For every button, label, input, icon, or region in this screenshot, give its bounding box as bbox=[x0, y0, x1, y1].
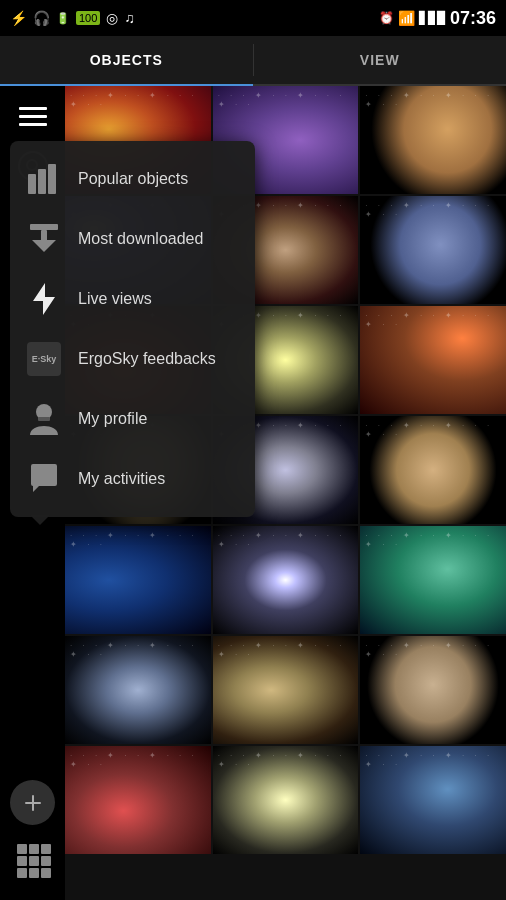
headphone-icon: 🎧 bbox=[33, 10, 50, 26]
menu-item-most-downloaded-label: Most downloaded bbox=[78, 230, 203, 248]
svg-rect-9 bbox=[41, 856, 51, 866]
counter-icon: 100 bbox=[76, 11, 100, 25]
svg-rect-5 bbox=[29, 844, 39, 854]
add-button[interactable] bbox=[10, 780, 55, 825]
sidebar-bottom bbox=[0, 780, 65, 900]
tab-view-label: VIEW bbox=[360, 52, 400, 68]
bar-chart-icon bbox=[26, 161, 62, 197]
status-bar: ⚡ 🎧 🔋 100 ◎ ♫ ⏰ 📶 ▋▊▉ 07:36 bbox=[0, 0, 506, 36]
menu-item-popular-objects-label: Popular objects bbox=[78, 170, 188, 188]
spotify-icon: ♫ bbox=[124, 10, 135, 26]
grid-cell[interactable] bbox=[360, 86, 506, 194]
hamburger-line-1 bbox=[19, 107, 47, 110]
tab-bar: OBJECTS VIEW bbox=[0, 36, 506, 86]
battery-charging-icon: 🔋 bbox=[56, 12, 70, 25]
svg-rect-8 bbox=[29, 856, 39, 866]
menu-button[interactable] bbox=[10, 96, 55, 136]
svg-marker-18 bbox=[32, 240, 56, 252]
svg-rect-6 bbox=[41, 844, 51, 854]
usb-icon: ⚡ bbox=[10, 10, 27, 26]
grid-cell[interactable] bbox=[360, 746, 506, 854]
main-content: Popular objects Most downloaded Live vie… bbox=[0, 86, 506, 900]
circle-icon: ◎ bbox=[106, 10, 118, 26]
svg-rect-14 bbox=[38, 169, 46, 194]
grid-cell[interactable] bbox=[65, 746, 211, 854]
hamburger-line-2 bbox=[19, 115, 47, 118]
chat-icon bbox=[26, 461, 62, 497]
grid-view-button[interactable] bbox=[13, 840, 53, 880]
status-icons-left: ⚡ 🎧 🔋 100 ◎ ♫ bbox=[10, 10, 135, 26]
svg-rect-13 bbox=[28, 174, 36, 194]
tab-objects-label: OBJECTS bbox=[90, 52, 163, 68]
svg-marker-19 bbox=[33, 283, 55, 315]
menu-item-live-views-label: Live views bbox=[78, 290, 152, 308]
dropdown-menu: Popular objects Most downloaded Live vie… bbox=[10, 141, 255, 517]
time-display: 07:36 bbox=[450, 8, 496, 29]
alarm-icon: ⏰ bbox=[379, 11, 394, 25]
grid-cell[interactable] bbox=[360, 526, 506, 634]
tab-objects[interactable]: OBJECTS bbox=[0, 36, 253, 84]
grid-cell[interactable] bbox=[360, 416, 506, 524]
profile-icon bbox=[26, 401, 62, 437]
grid-cell[interactable] bbox=[213, 526, 359, 634]
menu-item-my-activities[interactable]: My activities bbox=[10, 449, 255, 509]
ergosky-icon: E·Sky bbox=[26, 341, 62, 377]
menu-item-my-profile[interactable]: My profile bbox=[10, 389, 255, 449]
grid-cell[interactable] bbox=[360, 196, 506, 304]
svg-rect-12 bbox=[41, 868, 51, 878]
menu-item-most-downloaded[interactable]: Most downloaded bbox=[10, 209, 255, 269]
menu-item-my-activities-label: My activities bbox=[78, 470, 165, 488]
svg-rect-10 bbox=[17, 868, 27, 878]
grid-cell[interactable] bbox=[360, 306, 506, 414]
svg-rect-16 bbox=[30, 224, 58, 230]
grid-cell[interactable] bbox=[213, 746, 359, 854]
status-icons-right: ⏰ 📶 ▋▊▉ 07:36 bbox=[379, 8, 496, 29]
menu-item-popular-objects[interactable]: Popular objects bbox=[10, 149, 255, 209]
menu-item-ergosky-feedbacks-label: ErgoSky feedbacks bbox=[78, 350, 216, 368]
grid-cell[interactable] bbox=[65, 636, 211, 744]
svg-rect-15 bbox=[48, 164, 56, 194]
lightning-icon bbox=[26, 281, 62, 317]
download-icon bbox=[26, 221, 62, 257]
svg-rect-21 bbox=[38, 417, 50, 421]
signal-icon: ▋▊▉ bbox=[419, 11, 446, 25]
grid-cell[interactable] bbox=[213, 636, 359, 744]
svg-rect-11 bbox=[29, 868, 39, 878]
tab-view[interactable]: VIEW bbox=[254, 36, 507, 84]
wifi-icon: 📶 bbox=[398, 10, 415, 26]
svg-rect-4 bbox=[17, 844, 27, 854]
menu-item-live-views[interactable]: Live views bbox=[10, 269, 255, 329]
menu-item-my-profile-label: My profile bbox=[78, 410, 147, 428]
menu-item-ergosky-feedbacks[interactable]: E·Sky ErgoSky feedbacks bbox=[10, 329, 255, 389]
svg-rect-7 bbox=[17, 856, 27, 866]
grid-cell[interactable] bbox=[360, 636, 506, 744]
hamburger-line-3 bbox=[19, 123, 47, 126]
grid-cell[interactable] bbox=[65, 526, 211, 634]
svg-rect-3 bbox=[25, 802, 41, 804]
